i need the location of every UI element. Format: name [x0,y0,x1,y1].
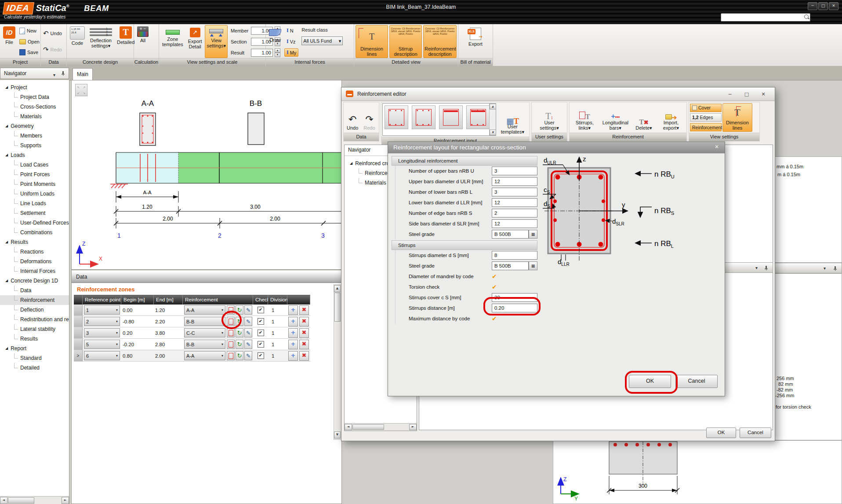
layout-ok-button[interactable]: OK [629,375,671,388]
picker-button[interactable]: ▦ [529,230,537,239]
edit-zone-button[interactable]: ✎ [244,351,252,360]
steel-grade-input[interactable]: B 500B [492,230,529,239]
value-input[interactable]: 0.20 [492,304,537,312]
scroll-left-icon[interactable]: ◄ [345,424,352,430]
reinforcement-select[interactable]: A-A▾ [184,305,225,315]
draw-button[interactable]: Draw [267,25,283,58]
edit-zone-button[interactable]: ✎ [244,340,252,349]
pan-arrows-widget[interactable]: ↖↗↙↘ [75,84,87,96]
sidebar-item-results[interactable]: ◢Results [0,237,69,247]
template-thumbnail[interactable] [466,105,490,129]
detailed-button[interactable]: TDetailed [115,25,136,58]
refresh-zone-button[interactable]: ↻ [236,351,243,360]
stirrup-zone-button[interactable] [227,305,235,315]
checked-icon[interactable]: ✔ [492,283,497,290]
data-panel-header[interactable]: Data [72,272,341,283]
refresh-zone-button[interactable]: ↻ [236,317,243,326]
calculate-all-button[interactable]: + − All [135,25,150,58]
value-input[interactable]: 3 [492,167,537,175]
delete-zone-button[interactable]: ✖ [299,328,309,338]
reinforcement-select[interactable]: B-B▾ [184,340,225,349]
sidebar-item-standard[interactable]: Standard [0,353,69,363]
stirrups-links-button[interactable]: T Stirrups, links▾ [570,103,599,132]
sidebar-item-loads[interactable]: ◢Loads [0,150,69,160]
stirrup-zone-button[interactable] [227,317,235,326]
stirrup-zone-button[interactable] [227,351,235,360]
check-checkbox[interactable]: ✔ [258,352,264,359]
row-selector[interactable] [74,305,83,315]
sidebar-item-data[interactable]: Data [0,286,69,295]
open-button[interactable]: Open [18,39,40,45]
pin-icon[interactable] [61,71,65,76]
sidebar-item-detailed[interactable]: Detailed [0,363,69,373]
reference-point-select[interactable]: 3▾ [84,328,120,337]
value-input[interactable]: 12 [492,177,537,186]
check-checkbox[interactable]: ✔ [258,341,264,348]
editor-titlebar[interactable]: Reinforcement editor ─ □ ✕ [341,87,775,101]
value-input[interactable]: 8 [492,251,537,260]
sidebar-item-report[interactable]: ◢Report [0,344,69,353]
sidebar-item-uniform-loads[interactable]: Uniform Loads [0,189,69,199]
stirrup-description-button[interactable]: Concrete: C3 Reinforcemer 2Ø16, elevati … [389,25,422,58]
close-button[interactable]: ✕ [829,2,838,10]
minimize-button[interactable]: ─ [808,2,817,10]
scrollbar-thumb[interactable] [8,497,34,504]
sidebar-item-reactions[interactable]: Reactions [0,247,69,257]
template-scrollbar[interactable]: ▲ ▼ [489,104,496,135]
scroll-down-icon[interactable]: ▼ [334,431,341,439]
user-settings-button[interactable]: T↕ User settings▾ [533,103,566,132]
sidebar-item-internal-forces[interactable]: Internal Forces [0,266,69,276]
add-zone-button[interactable]: + [288,340,298,349]
row-selector[interactable] [74,327,83,338]
file-button[interactable]: IDFile [1,25,17,58]
editor-ok-button[interactable]: OK [706,428,736,438]
add-zone-button[interactable]: + [288,305,298,315]
template-thumbnail[interactable] [412,105,436,129]
reinforcement-select[interactable]: C-C▾ [184,328,225,337]
sidebar-item-user-defined-forces[interactable]: User-Defined Forces [0,218,69,228]
export-detail-button[interactable]: ↗Export Detail [186,25,204,58]
close-icon[interactable]: ✕ [755,89,771,100]
chevron-down-icon[interactable]: ▾ [824,266,826,271]
sidebar-item-project[interactable]: ◢Project [0,83,69,92]
value-input[interactable]: 12 [492,219,537,228]
navigator-hscrollbar[interactable]: ◄ ► [0,496,69,504]
force-vz-button[interactable]: IVz [284,37,298,46]
edit-zone-button[interactable]: ✎ [244,317,252,326]
save-button[interactable]: Save [18,49,40,56]
checked-icon[interactable]: ✔ [492,273,497,280]
main-canvas[interactable]: ↖↗↙↘ A-A B-B [71,80,342,270]
edit-zone-button[interactable]: ✎ [244,328,252,337]
template-thumbnail[interactable] [439,105,463,129]
sidebar-item-lateral-stability[interactable]: Lateral stability [0,324,69,334]
new-button[interactable]: New [18,27,40,35]
reinforcement-description-button[interactable]: Concrete: C3 Reinforcemer 2Ø16, elevati … [423,25,457,58]
scrollbar-thumb[interactable] [334,293,341,322]
picker-button[interactable]: ▦ [529,261,537,270]
checked-icon[interactable]: ✔ [492,315,497,322]
delete-zone-button[interactable]: ✖ [299,317,309,326]
delete-zone-button[interactable]: ✖ [299,340,309,349]
sidebar-item-supports[interactable]: Supports [0,141,69,150]
delete-zone-button[interactable]: ✖ [299,351,309,361]
scroll-right-icon[interactable]: ► [409,424,417,430]
row-selector[interactable]: > [74,350,83,361]
cover-toggle[interactable]: Cover [690,104,722,112]
deflection-settings-button[interactable]: 123 Deflection settings▾ [88,25,114,58]
redo-button[interactable]: ↷Redo [42,45,63,54]
code-button[interactable]: 1,15 90 25.8Code [68,25,87,58]
editor-cancel-button[interactable]: Cancel [740,428,771,438]
expander-icon[interactable]: ◢ [350,159,352,168]
sidebar-item-results[interactable]: Results [0,334,69,344]
pin-icon[interactable] [764,266,768,270]
sidebar-item-deformations[interactable]: Deformations [0,257,69,266]
scrollbar-thumb[interactable] [352,424,384,430]
navigator-panel-header[interactable]: Navigator ▾ [0,68,69,79]
close-icon[interactable]: ✕ [712,144,721,150]
reinforcement-select[interactable]: B-B▾ [184,317,225,326]
scroll-left-icon[interactable]: ◄ [0,497,7,504]
sidebar-item-materials[interactable]: Materials [0,112,69,121]
sidebar-item-load-cases[interactable]: Load Cases [0,160,69,170]
editor-redo-button[interactable]: ↷Redo [361,103,377,132]
reinforcement-select[interactable]: A-A▾ [184,351,225,360]
